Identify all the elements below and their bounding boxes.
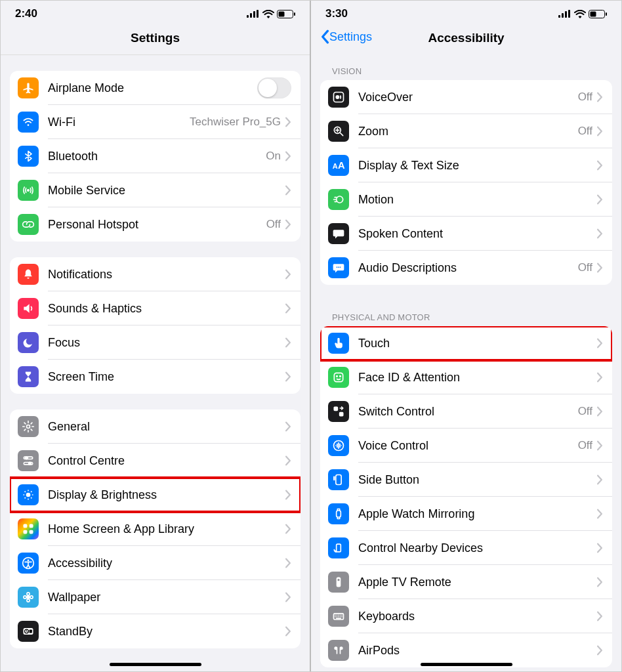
chevron-right-icon bbox=[596, 160, 603, 171]
row-label: Spoken Content bbox=[358, 227, 596, 241]
row-label: Airplane Mode bbox=[48, 81, 257, 95]
moon-icon bbox=[18, 332, 39, 353]
row-label: Touch bbox=[358, 337, 596, 350]
page-title: Settings bbox=[1, 31, 310, 45]
row-value: Off bbox=[578, 125, 592, 138]
row-wifi[interactable]: Wi-FiTechwiser Pro_5G bbox=[10, 105, 301, 139]
row-apple-tv-remote[interactable]: Apple TV Remote bbox=[320, 565, 612, 599]
chevron-right-icon bbox=[596, 474, 603, 485]
row-bluetooth[interactable]: BluetoothOn bbox=[10, 139, 301, 173]
chevron-right-icon bbox=[596, 509, 603, 519]
settings-screen: 2:40 Settings Airplane ModeWi-FiTechwise… bbox=[1, 1, 311, 671]
back-button[interactable]: Settings bbox=[319, 30, 372, 44]
row-airplane-mode[interactable]: Airplane Mode bbox=[10, 71, 301, 105]
svg-point-44 bbox=[340, 266, 341, 268]
row-side-button[interactable]: Side Button bbox=[320, 463, 612, 497]
accessibility-list[interactable]: VISIONVoiceOverOffZoomOffAADisplay & Tex… bbox=[311, 54, 621, 671]
row-keyboards[interactable]: Keyboards bbox=[320, 599, 612, 633]
row-spoken-content[interactable]: Spoken Content bbox=[320, 217, 612, 251]
settings-group: NotificationsSounds & HapticsFocusScreen… bbox=[10, 257, 301, 394]
row-motion[interactable]: Motion bbox=[320, 182, 612, 217]
battery-icon bbox=[589, 10, 607, 18]
svg-point-12 bbox=[26, 457, 28, 459]
signal-icon bbox=[247, 10, 260, 18]
row-label: Focus bbox=[48, 336, 285, 350]
row-value: Off bbox=[578, 405, 592, 418]
row-home-screen[interactable]: Home Screen & App Library bbox=[10, 512, 301, 546]
svg-rect-32 bbox=[568, 10, 570, 18]
row-audio-descriptions[interactable]: Audio DescriptionsOff bbox=[320, 251, 612, 285]
svg-point-41 bbox=[337, 196, 343, 203]
svg-point-9 bbox=[27, 425, 30, 429]
chevron-right-icon bbox=[596, 194, 603, 205]
svg-point-42 bbox=[337, 266, 338, 268]
row-label: Voice Control bbox=[358, 439, 578, 453]
settings-group: GeneralControl CentreDisplay & Brightnes… bbox=[10, 410, 301, 648]
link-icon bbox=[18, 214, 39, 235]
grid-icon bbox=[18, 518, 39, 539]
zoom-icon bbox=[328, 121, 349, 142]
row-control-centre[interactable]: Control Centre bbox=[10, 444, 301, 478]
chevron-right-icon bbox=[596, 577, 603, 587]
settings-list[interactable]: Airplane ModeWi-FiTechwiser Pro_5GBlueto… bbox=[1, 55, 310, 671]
row-voice-control[interactable]: Voice ControlOff bbox=[320, 429, 612, 463]
row-standby[interactable]: StandBy bbox=[10, 614, 301, 648]
row-voiceover[interactable]: VoiceOverOff bbox=[320, 80, 612, 114]
row-display-text-size[interactable]: AADisplay & Text Size bbox=[320, 148, 612, 182]
row-label: AirPods bbox=[358, 644, 596, 658]
row-label: General bbox=[48, 420, 285, 434]
bluetooth-icon bbox=[18, 146, 39, 167]
row-apple-watch-mirroring[interactable]: Apple Watch Mirroring bbox=[320, 497, 612, 531]
nearby-icon bbox=[328, 537, 349, 558]
sliders-icon bbox=[18, 450, 39, 471]
chevron-right-icon bbox=[285, 592, 291, 602]
svg-rect-52 bbox=[337, 511, 341, 517]
row-personal-hotspot[interactable]: Personal HotspotOff bbox=[10, 207, 301, 242]
row-accessibility[interactable]: Accessibility bbox=[10, 546, 301, 580]
chevron-right-icon bbox=[285, 524, 291, 534]
row-notifications[interactable]: Notifications bbox=[10, 257, 301, 291]
svg-rect-53 bbox=[337, 544, 341, 552]
flower-icon bbox=[18, 587, 39, 608]
row-zoom[interactable]: ZoomOff bbox=[320, 114, 612, 148]
svg-rect-49 bbox=[339, 412, 344, 417]
bell-icon bbox=[18, 264, 39, 285]
svg-point-23 bbox=[27, 599, 30, 602]
row-mobile-service[interactable]: Mobile Service bbox=[10, 173, 301, 207]
row-sounds-haptics[interactable]: Sounds & Haptics bbox=[10, 291, 301, 326]
chevron-right-icon bbox=[596, 126, 603, 136]
svg-point-43 bbox=[338, 266, 339, 268]
row-control-nearby[interactable]: Control Nearby Devices bbox=[320, 531, 612, 565]
row-label: StandBy bbox=[48, 625, 285, 639]
chevron-right-icon bbox=[285, 269, 291, 280]
home-indicator[interactable] bbox=[110, 663, 201, 666]
motion-icon bbox=[328, 189, 349, 210]
chevron-right-icon bbox=[596, 228, 603, 239]
home-indicator[interactable] bbox=[421, 663, 512, 666]
row-label: Apple TV Remote bbox=[358, 576, 596, 589]
chevron-right-icon bbox=[596, 543, 603, 553]
row-label: Face ID & Attention bbox=[358, 371, 596, 385]
row-label: Display & Text Size bbox=[358, 159, 596, 173]
row-screen-time[interactable]: Screen Time bbox=[10, 360, 301, 394]
chevron-right-icon bbox=[596, 406, 603, 417]
svg-point-13 bbox=[29, 462, 31, 465]
status-indicators bbox=[247, 10, 295, 18]
toggle-airplane-mode[interactable] bbox=[257, 77, 291, 98]
battery-icon bbox=[277, 10, 295, 18]
row-label: Wi-Fi bbox=[48, 116, 190, 129]
row-display-brightness[interactable]: Display & Brightness bbox=[10, 478, 301, 512]
row-label: Wallpaper bbox=[48, 591, 285, 604]
chevron-right-icon bbox=[285, 185, 291, 196]
row-general[interactable]: General bbox=[10, 410, 301, 444]
row-focus[interactable]: Focus bbox=[10, 326, 301, 360]
row-wallpaper[interactable]: Wallpaper bbox=[10, 580, 301, 614]
row-face-id-attention[interactable]: Face ID & Attention bbox=[320, 360, 612, 394]
chevron-right-icon bbox=[285, 421, 291, 432]
wifi-icon bbox=[262, 10, 274, 18]
row-label: Audio Descriptions bbox=[358, 261, 578, 275]
row-touch[interactable]: Touch bbox=[320, 326, 612, 360]
row-switch-control[interactable]: Switch ControlOff bbox=[320, 394, 612, 429]
row-label: Side Button bbox=[358, 473, 596, 487]
svg-rect-15 bbox=[24, 524, 28, 528]
